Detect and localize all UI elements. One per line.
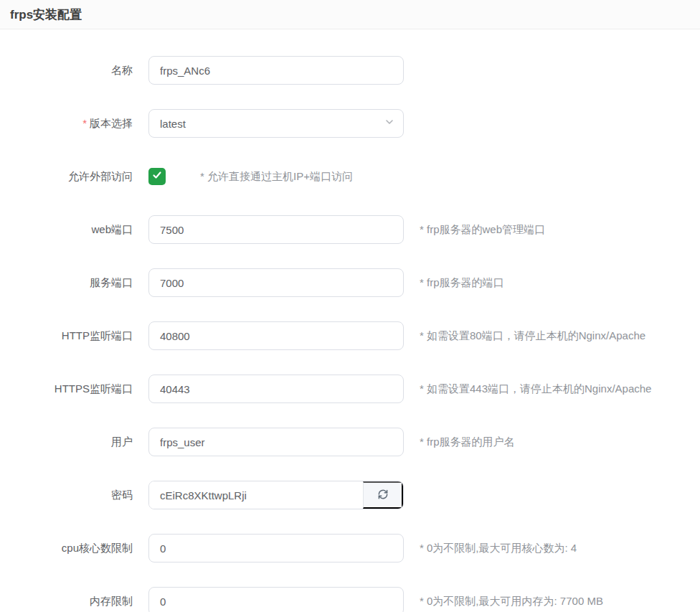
form-row-user: 用户* frp服务器的用户名 xyxy=(0,428,700,456)
check-icon xyxy=(152,170,162,183)
cpu-limit-label-text: cpu核心数限制 xyxy=(62,542,133,554)
https-port-label-text: HTTPS监听端口 xyxy=(55,382,133,395)
required-asterisk: * xyxy=(82,117,87,129)
external-access-label: 允许外部访问 xyxy=(0,170,133,184)
panel-header: frps安装配置 xyxy=(0,0,700,29)
memory-limit-hint: * 0为不限制,最大可用内存为: 7700 MB xyxy=(420,595,603,608)
form-row-cpu-limit: cpu核心数限制* 0为不限制,最大可用核心数为: 4 xyxy=(0,534,700,562)
chevron-down-icon xyxy=(384,117,394,130)
name-control xyxy=(148,56,404,85)
page-title: frps安装配置 xyxy=(10,6,82,23)
memory-limit-label: 内存限制 xyxy=(0,595,133,608)
version-control: latest xyxy=(148,109,404,138)
cpu-limit-label: cpu核心数限制 xyxy=(0,542,133,555)
version-selected-value: latest xyxy=(160,118,186,130)
user-hint: * frp服务器的用户名 xyxy=(420,436,515,449)
http-port-label: HTTP监听端口 xyxy=(0,329,133,343)
memory-limit-input[interactable] xyxy=(148,587,404,612)
frps-config-form: 名称*版本选择latest允许外部访问* 允许直接通过主机IP+端口访问web端… xyxy=(0,29,700,612)
memory-limit-label-text: 内存限制 xyxy=(90,595,133,607)
password-label: 密码 xyxy=(0,489,133,502)
service-port-control xyxy=(148,268,404,297)
https-port-hint: * 如需设置443端口，请停止本机的Nginx/Apache xyxy=(420,382,651,396)
form-rows: 名称*版本选择latest允许外部访问* 允许直接通过主机IP+端口访问web端… xyxy=(0,56,700,612)
web-port-hint: * frp服务器的web管理端口 xyxy=(420,223,545,237)
memory-limit-control xyxy=(148,587,404,612)
name-label: 名称 xyxy=(0,64,133,77)
form-row-service-port: 服务端口* frp服务器的端口 xyxy=(0,268,700,297)
form-row-external-access: 允许外部访问* 允许直接通过主机IP+端口访问 xyxy=(0,162,700,191)
web-port-label: web端口 xyxy=(0,223,133,237)
cpu-limit-control xyxy=(148,534,404,562)
version-label: *版本选择 xyxy=(0,117,133,131)
user-label: 用户 xyxy=(0,436,133,449)
password-control xyxy=(148,481,404,509)
http-port-label-text: HTTP监听端口 xyxy=(62,329,133,342)
http-port-control xyxy=(148,321,404,350)
http-port-hint: * 如需设置80端口，请停止本机的Nginx/Apache xyxy=(420,329,645,343)
password-input[interactable] xyxy=(149,481,363,509)
https-port-label: HTTPS监听端口 xyxy=(0,382,133,396)
refresh-icon xyxy=(377,488,389,503)
password-label-text: 密码 xyxy=(111,489,133,501)
http-port-input[interactable] xyxy=(148,321,404,350)
cpu-limit-hint: * 0为不限制,最大可用核心数为: 4 xyxy=(420,542,577,555)
service-port-hint: * frp服务器的端口 xyxy=(420,276,504,290)
service-port-label: 服务端口 xyxy=(0,276,133,290)
user-input[interactable] xyxy=(148,428,404,456)
name-label-text: 名称 xyxy=(111,64,133,76)
name-input[interactable] xyxy=(148,56,404,85)
form-row-memory-limit: 内存限制* 0为不限制,最大可用内存为: 7700 MB xyxy=(0,587,700,612)
version-select[interactable]: latest xyxy=(148,109,404,138)
cpu-limit-input[interactable] xyxy=(148,534,404,562)
external-access-control xyxy=(148,168,166,185)
form-row-password: 密码 xyxy=(0,481,700,509)
user-label-text: 用户 xyxy=(111,436,133,448)
external-access-label-text: 允许外部访问 xyxy=(68,170,133,182)
form-row-name: 名称 xyxy=(0,56,700,85)
web-port-input[interactable] xyxy=(148,215,404,244)
web-port-control xyxy=(148,215,404,244)
https-port-input[interactable] xyxy=(148,375,404,403)
https-port-control xyxy=(148,375,404,403)
external-access-hint: * 允许直接通过主机IP+端口访问 xyxy=(200,170,353,184)
service-port-input[interactable] xyxy=(148,268,404,297)
regenerate-password-button[interactable] xyxy=(363,481,403,509)
form-row-https-port: HTTPS监听端口* 如需设置443端口，请停止本机的Nginx/Apache xyxy=(0,375,700,403)
password-input-group xyxy=(148,481,404,509)
user-control xyxy=(148,428,404,456)
external-access-checkbox[interactable] xyxy=(148,168,166,185)
version-label-text: 版本选择 xyxy=(90,117,133,129)
form-row-version: *版本选择latest xyxy=(0,109,700,138)
service-port-label-text: 服务端口 xyxy=(90,276,133,288)
form-row-http-port: HTTP监听端口* 如需设置80端口，请停止本机的Nginx/Apache xyxy=(0,321,700,350)
form-row-web-port: web端口* frp服务器的web管理端口 xyxy=(0,215,700,244)
web-port-label-text: web端口 xyxy=(91,223,133,235)
